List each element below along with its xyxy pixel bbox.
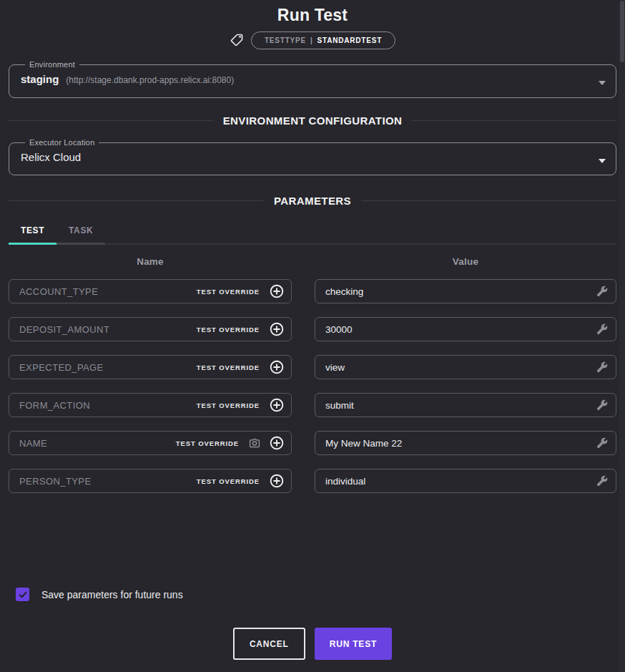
divider xyxy=(9,200,264,201)
executor-location-select[interactable]: Executor Location Relicx Cloud xyxy=(9,138,616,175)
environment-url: (http://stage.dbank.prod-apps.relicx.ai:… xyxy=(66,75,234,85)
run-test-button[interactable]: RUN TEST xyxy=(315,628,392,660)
plus-circle-icon xyxy=(269,283,285,299)
badge-separator: | xyxy=(310,36,313,44)
param-value: submit xyxy=(325,400,596,411)
environment-select[interactable]: Environment staging (http://stage.dbank.… xyxy=(9,60,616,98)
chevron-down-icon xyxy=(599,159,606,163)
column-header-name: Name xyxy=(9,256,292,267)
param-value-input[interactable]: view xyxy=(315,355,616,379)
test-override-badge: TEST OVERRIDE xyxy=(197,401,260,409)
tag-icon xyxy=(230,33,244,47)
wrench-icon[interactable] xyxy=(596,399,608,411)
param-value: checking xyxy=(325,286,596,297)
test-override-badge: TEST OVERRIDE xyxy=(197,477,260,485)
parameter-row: EXPECTED_PAGE TEST OVERRIDE view xyxy=(9,355,616,379)
test-type-badge: TESTTYPE | STANDARDTEST xyxy=(251,31,395,49)
test-override-badge: TEST OVERRIDE xyxy=(197,364,260,371)
checkmark-icon xyxy=(18,590,28,600)
tab-task[interactable]: TASK xyxy=(56,218,105,243)
add-override-button[interactable] xyxy=(269,473,285,489)
section-parameters: PARAMETERS xyxy=(9,193,616,208)
parameter-rows: ACCOUNT_TYPE TEST OVERRIDE checking DEPO… xyxy=(9,279,616,493)
section-environment-configuration: ENVIRONMENT CONFIGURATION xyxy=(9,112,616,128)
executor-location-label: Executor Location xyxy=(25,138,99,147)
column-header-value: Value xyxy=(315,256,616,267)
parameter-row: NAME TEST OVERRIDE My New Name 22 xyxy=(9,431,616,455)
test-override-badge: TEST OVERRIDE xyxy=(197,326,260,333)
param-name-box: PERSON_TYPE TEST OVERRIDE xyxy=(9,469,292,493)
param-name: NAME xyxy=(19,438,176,449)
param-name: PERSON_TYPE xyxy=(19,476,197,487)
param-name-box: DEPOSIT_AMOUNT TEST OVERRIDE xyxy=(9,317,292,341)
param-value: My New Name 22 xyxy=(325,438,596,449)
param-value-input[interactable]: 30000 xyxy=(315,317,616,341)
wrench-icon[interactable] xyxy=(596,475,608,487)
wrench-icon[interactable] xyxy=(596,286,608,297)
param-name-box: EXPECTED_PAGE TEST OVERRIDE xyxy=(9,355,292,379)
add-override-button[interactable] xyxy=(269,397,285,413)
save-parameters-checkbox[interactable] xyxy=(16,588,29,601)
param-name: EXPECTED_PAGE xyxy=(19,362,197,373)
param-value: individual xyxy=(325,476,596,487)
chevron-down-icon xyxy=(599,81,606,85)
save-parameters-row: Save parameters for future runs xyxy=(16,588,616,601)
add-override-button[interactable] xyxy=(269,359,285,375)
param-name: DEPOSIT_AMOUNT xyxy=(19,324,197,335)
table-column-headers: Name Value xyxy=(9,256,616,267)
parameter-row: FORM_ACTION TEST OVERRIDE submit xyxy=(9,393,616,417)
camera-icon[interactable] xyxy=(248,437,261,449)
param-value-input[interactable]: checking xyxy=(315,279,616,303)
parameter-row: ACCOUNT_TYPE TEST OVERRIDE checking xyxy=(9,279,616,303)
save-parameters-label: Save parameters for future runs xyxy=(41,589,183,600)
wrench-icon[interactable] xyxy=(596,361,608,373)
divider xyxy=(412,120,616,121)
dialog-actions: CANCEL RUN TEST xyxy=(9,628,616,660)
environment-label: Environment xyxy=(25,60,79,69)
param-value: 30000 xyxy=(325,324,596,335)
plus-circle-icon xyxy=(269,359,285,375)
test-type-badge-row: TESTTYPE | STANDARDTEST xyxy=(9,30,616,50)
page-title: Run Test xyxy=(9,6,616,25)
cancel-button[interactable]: CANCEL xyxy=(233,628,305,660)
parameter-row: DEPOSIT_AMOUNT TEST OVERRIDE 30000 xyxy=(9,317,616,341)
param-value: view xyxy=(325,362,596,373)
param-name-box: ACCOUNT_TYPE TEST OVERRIDE xyxy=(9,279,292,303)
param-value-input[interactable]: submit xyxy=(315,393,616,417)
add-override-button[interactable] xyxy=(269,321,285,337)
divider xyxy=(361,200,616,201)
test-override-badge: TEST OVERRIDE xyxy=(197,288,260,296)
plus-circle-icon xyxy=(269,435,285,451)
scrollbar-thumb[interactable] xyxy=(620,1,624,62)
wrench-icon[interactable] xyxy=(596,323,608,335)
param-name: FORM_ACTION xyxy=(19,400,197,411)
param-value-input[interactable]: My New Name 22 xyxy=(315,431,616,455)
param-value-input[interactable]: individual xyxy=(315,469,616,493)
scrollbar-track xyxy=(619,0,625,672)
add-override-button[interactable] xyxy=(269,435,285,451)
badge-key: TESTTYPE xyxy=(265,36,306,44)
plus-circle-icon xyxy=(269,397,285,413)
param-name-box: NAME TEST OVERRIDE xyxy=(9,431,292,455)
environment-value: staging xyxy=(21,73,59,85)
parameters-tabs: TEST TASK xyxy=(9,218,616,245)
plus-circle-icon xyxy=(269,321,285,337)
param-name: ACCOUNT_TYPE xyxy=(19,286,197,297)
add-override-button[interactable] xyxy=(269,283,285,299)
badge-value: STANDARDTEST xyxy=(318,36,383,44)
parameter-row: PERSON_TYPE TEST OVERRIDE individual xyxy=(9,469,616,493)
test-override-badge: TEST OVERRIDE xyxy=(176,439,239,447)
executor-location-value: Relicx Cloud xyxy=(21,151,81,163)
plus-circle-icon xyxy=(269,473,285,489)
param-name-box: FORM_ACTION TEST OVERRIDE xyxy=(9,393,292,417)
divider xyxy=(9,120,213,121)
tab-test[interactable]: TEST xyxy=(9,218,56,243)
wrench-icon[interactable] xyxy=(596,437,608,449)
